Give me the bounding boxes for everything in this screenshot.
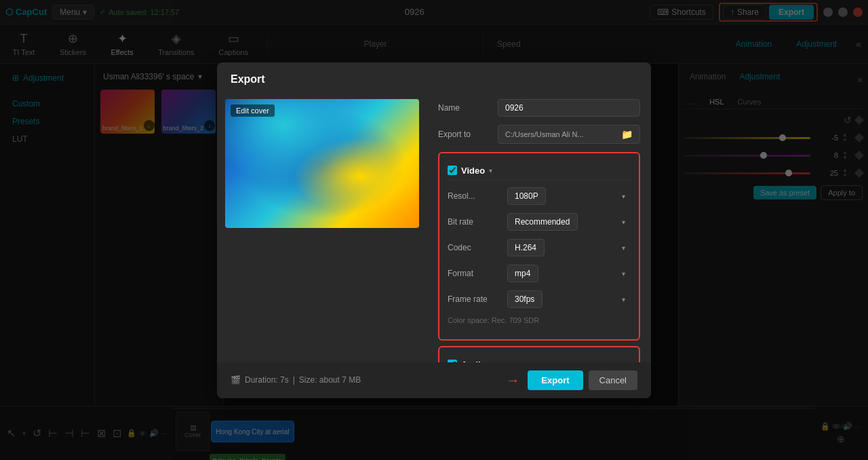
codec-row: Codec H.264: [448, 239, 631, 256]
modal-title: Export: [231, 73, 265, 85]
framerate-label: Frame rate: [448, 294, 502, 304]
audio-section: Audio ▾ Format MP3: [438, 346, 640, 362]
name-row: Name: [438, 99, 640, 117]
video-section-header: Video ▾: [448, 161, 631, 180]
audio-section-header: Audio ▾: [448, 356, 631, 362]
cancel-button[interactable]: Cancel: [589, 370, 637, 390]
export-path: C:/Users/Usman Ali N... 📁: [498, 125, 640, 144]
format-select-wrapper: mp4: [507, 265, 631, 282]
modal-preview-section: Edit cover: [217, 91, 427, 362]
resolution-label: Resol...: [448, 191, 502, 201]
audio-section-title: Audio: [461, 360, 486, 362]
preview-aerial-image: [225, 99, 419, 228]
bitrate-row: Bit rate Recommended: [448, 213, 631, 231]
video-section-title: Video: [461, 166, 485, 176]
export-modal: Export Edit cover Name Export to: [217, 62, 651, 398]
format-row: Format mp4: [448, 265, 631, 282]
framerate-select-wrapper: 30fps: [507, 290, 631, 308]
codec-select[interactable]: H.264: [507, 239, 545, 256]
format-select[interactable]: mp4: [507, 265, 538, 282]
export-button-modal[interactable]: Export: [528, 370, 583, 390]
video-section: Video ▾ Resol... 1080P Bit rate: [438, 152, 640, 341]
modal-footer: 🎬 Duration: 7s | Size: about 7 MB → Expo…: [217, 362, 651, 398]
bitrate-label: Bit rate: [448, 217, 502, 227]
export-to-row: Export to C:/Users/Usman Ali N... 📁: [438, 125, 640, 144]
edit-cover-button[interactable]: Edit cover: [231, 104, 275, 117]
arrow-indicator: →: [506, 372, 519, 388]
video-checkbox[interactable]: [448, 166, 457, 175]
format-label: Format: [448, 269, 502, 278]
video-collapse-icon[interactable]: ▾: [489, 167, 492, 174]
name-label: Name: [438, 103, 492, 113]
modal-body: Edit cover Name Export to C:/Users/Usman…: [217, 91, 651, 362]
codec-select-wrapper: H.264: [507, 239, 631, 256]
resolution-select[interactable]: 1080P: [507, 187, 546, 205]
resolution-row: Resol... 1080P: [448, 187, 631, 205]
modal-settings-section: Name Export to C:/Users/Usman Ali N... 📁: [427, 91, 651, 362]
folder-icon[interactable]: 📁: [621, 129, 633, 140]
codec-label: Codec: [448, 243, 502, 252]
bitrate-select[interactable]: Recommended: [507, 213, 578, 231]
export-to-label: Export to: [438, 130, 492, 139]
modal-overlay: Export Edit cover Name Export to: [0, 0, 868, 460]
modal-header: Export: [217, 62, 651, 91]
framerate-row: Frame rate 30fps: [448, 290, 631, 308]
preview-image: Edit cover: [225, 99, 419, 228]
bitrate-select-wrapper: Recommended: [507, 213, 631, 231]
film-icon: 🎬: [231, 375, 241, 385]
framerate-select[interactable]: 30fps: [507, 290, 542, 308]
resolution-select-wrapper: 1080P: [507, 187, 631, 205]
footer-actions: → Export Cancel: [506, 370, 637, 390]
name-input[interactable]: [498, 99, 640, 117]
footer-info: 🎬 Duration: 7s | Size: about 7 MB: [231, 375, 361, 385]
color-space-note: Color space: Rec. 709 SDR: [448, 316, 631, 324]
audio-checkbox[interactable]: [448, 360, 457, 362]
audio-collapse-icon[interactable]: ▾: [490, 361, 494, 362]
